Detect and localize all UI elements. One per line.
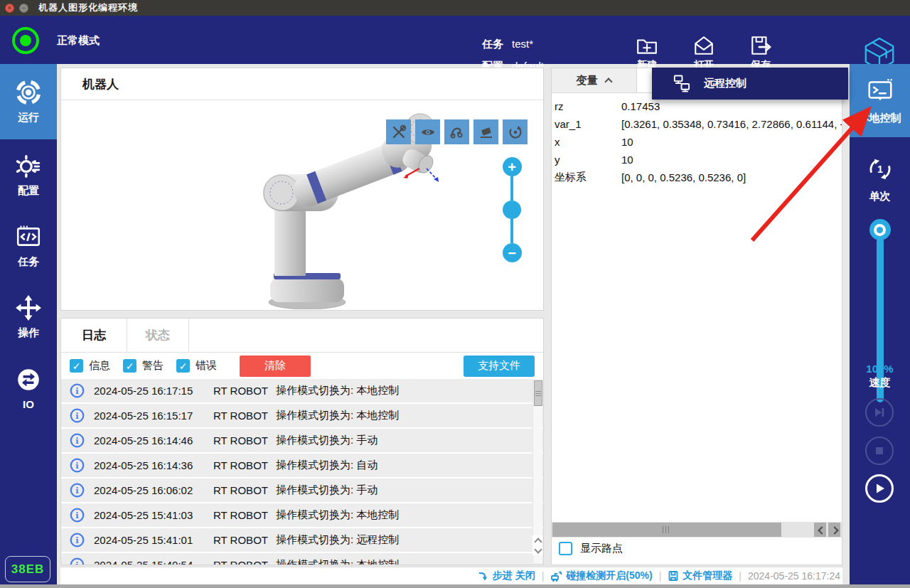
sidebar-item-label: 运行: [18, 111, 39, 124]
separator: |: [659, 570, 662, 582]
play-button[interactable]: [865, 474, 894, 503]
variable-row: 坐标系[0, 0, 0, 0.5236, 0.5236, 0]: [552, 169, 842, 186]
control-mode-menu: 远程控制: [652, 68, 848, 100]
remote-control-menu-item[interactable]: 远程控制: [704, 77, 746, 90]
separator: |: [542, 570, 545, 582]
svg-text:i: i: [75, 436, 79, 446]
log-tabs: 日志 状态: [61, 319, 543, 353]
log-row: i2024-05-25 16:15:17RT ROBOT操作模式切换为: 本地控…: [61, 404, 543, 427]
zoom-in-button[interactable]: +: [503, 157, 522, 176]
tools-button[interactable]: [386, 119, 411, 144]
variables-hscrollbar[interactable]: [552, 522, 842, 538]
log-row: i2024-05-25 15:41:01RT ROBOT操作模式切换为: 远程控…: [61, 528, 543, 552]
trajectory-button[interactable]: [444, 119, 469, 144]
variables-title: 变量: [577, 74, 598, 87]
variable-row: rz0.17453: [552, 97, 842, 115]
sidebar-item-config[interactable]: 配置: [0, 139, 57, 210]
log-row: i2024-05-25 16:14:46RT ROBOT操作模式切换为: 手动: [61, 429, 543, 452]
new-folder-plus-icon: [636, 34, 658, 57]
robot-3d-viewport[interactable]: + −: [61, 100, 543, 309]
tab-log[interactable]: 日志: [61, 319, 127, 352]
support-files-button[interactable]: 支持文件: [464, 356, 535, 377]
status-bar: 步进 关闭 | 碰撞检测开启(50%) | 文件管理器 | 2024-05-25…: [60, 567, 842, 584]
collision-detect-label: 碰撞检测开启(50%): [566, 570, 652, 582]
step-arrow-icon: [478, 570, 489, 582]
svg-text:i: i: [75, 386, 79, 396]
step-forward-button[interactable]: [865, 398, 894, 427]
reset-view-icon: [508, 124, 523, 140]
reset-view-button[interactable]: [503, 119, 528, 144]
eye-icon: [420, 124, 436, 140]
new-button[interactable]: 新建: [624, 34, 670, 72]
remote-network-icon[interactable]: [672, 74, 691, 93]
file-manager-button[interactable]: 文件管理器: [668, 570, 732, 582]
open-mail-icon: [692, 34, 715, 57]
scroll-right-button[interactable]: [828, 523, 840, 537]
variable-row: y10: [552, 151, 842, 169]
status-badge: 38EB: [5, 556, 50, 582]
error-checkbox-label: 错误: [196, 359, 217, 373]
variables-hscrollbar-thumb[interactable]: [552, 523, 781, 537]
tab-status[interactable]: 状态: [127, 319, 189, 352]
warning-checkbox[interactable]: ✓: [123, 359, 136, 373]
sidebar-item-io[interactable]: IO: [0, 353, 57, 424]
disk-icon: [668, 570, 679, 582]
log-row: i2024-05-25 16:06:02RT ROBOT操作模式切换为: 手动: [61, 479, 543, 502]
variable-row: var_1[0.3261, 0.35348, 0.73416, 2.72866,…: [552, 115, 842, 133]
move-arrows-icon: [15, 294, 42, 321]
robot-panel-title: 机器人: [61, 68, 543, 100]
info-icon: i: [70, 383, 85, 398]
variables-collapse-toggle[interactable]: 变量: [552, 68, 637, 92]
log-row: i2024-05-25 16:14:36RT ROBOT操作模式切换为: 自动: [61, 454, 543, 477]
log-panel: 日志 状态 ✓ 信息 ✓ 警告 ✓ 错误 清除 支持文件 i2024-05-25…: [60, 318, 544, 565]
log-list: i2024-05-25 16:17:15RT ROBOT操作模式切换为: 本地控…: [61, 379, 543, 565]
info-checkbox[interactable]: ✓: [70, 359, 83, 373]
task-code-icon: [15, 223, 42, 250]
eraser-button[interactable]: [473, 119, 498, 144]
step-mode-toggle[interactable]: 步进 关闭: [478, 570, 535, 582]
sidebar-item-run[interactable]: 运行: [0, 64, 57, 139]
svg-text:i: i: [75, 535, 79, 545]
eraser-icon: [478, 124, 494, 140]
variables-panel: 变量 rz0.17453 var_1[0.3261, 0.35348, 0.73…: [551, 68, 842, 565]
chevron-right-icon: [832, 527, 837, 533]
stop-button[interactable]: [865, 437, 894, 465]
show-waypoints-checkbox[interactable]: [559, 542, 572, 555]
task-value: test*: [512, 38, 533, 51]
log-scrollbar-thumb[interactable]: [534, 380, 542, 406]
single-run-button[interactable]: 1 单次: [850, 144, 910, 213]
save-button[interactable]: 保存: [738, 34, 783, 72]
speed-label: 速度: [850, 376, 910, 390]
play-icon: [872, 481, 887, 496]
clear-button[interactable]: 清除: [240, 356, 311, 377]
speed-slider: [850, 219, 910, 402]
open-button[interactable]: 打开: [681, 34, 727, 72]
scroll-up-icon[interactable]: [535, 538, 541, 544]
show-waypoints-row: 显示路点: [559, 542, 623, 555]
collision-icon: [550, 570, 562, 582]
close-icon[interactable]: ×: [5, 4, 14, 13]
loop-once-icon: 1: [865, 154, 895, 184]
sidebar-item-label: IO: [23, 398, 34, 410]
single-run-label: 单次: [869, 190, 891, 203]
local-control-button[interactable]: 本地控制: [850, 64, 910, 137]
minimize-icon[interactable]: −: [19, 4, 28, 13]
status-dot-icon: [20, 35, 31, 46]
desktop-edge-strip: [0, 584, 910, 588]
error-checkbox[interactable]: ✓: [176, 359, 190, 373]
info-icon: i: [70, 483, 85, 498]
mode-label: 正常模式: [57, 34, 100, 48]
zoom-out-button[interactable]: −: [503, 243, 522, 262]
sidebar-item-task[interactable]: 任务: [0, 210, 57, 282]
tools-icon: [391, 124, 407, 140]
separator: |: [739, 570, 742, 582]
scroll-down-icon[interactable]: [535, 547, 541, 553]
scroll-left-button[interactable]: [814, 523, 826, 537]
zoom-slider-handle[interactable]: [503, 201, 521, 219]
sidebar-item-operate[interactable]: 操作: [0, 282, 57, 353]
collision-detect-toggle[interactable]: 碰撞检测开启(50%): [550, 570, 652, 582]
task-field: 任务 test*: [482, 38, 533, 51]
sidebar-item-label: 操作: [18, 326, 39, 340]
header-actions: 新建 打开 保存: [624, 34, 783, 72]
visibility-button[interactable]: [415, 119, 440, 144]
